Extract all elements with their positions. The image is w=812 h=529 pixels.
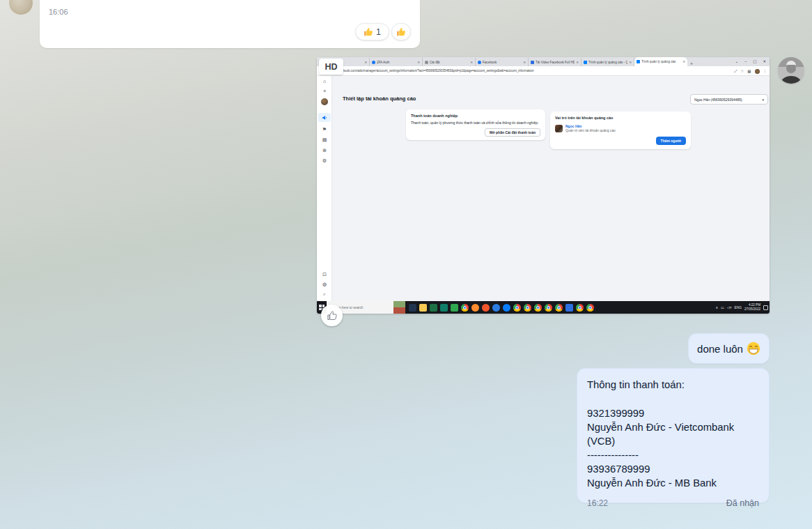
chrome-profile-icon xyxy=(555,304,563,312)
volume-icon: ◁× xyxy=(727,305,732,309)
edge-icon xyxy=(492,304,500,312)
card-title: Thanh toán doanh nghiệp xyxy=(411,114,540,118)
bookmark-star-icon: ☆ xyxy=(740,69,744,73)
card-title: Vai trò trên tài khoản quảng cáo xyxy=(555,116,686,120)
windows-taskbar: ⌕ Type here to search xyxy=(317,301,770,314)
file-explorer-icon xyxy=(419,304,427,312)
bell-icon: ◍ xyxy=(317,282,332,286)
card-description: Thanh toán, quản lý phương thức thanh to… xyxy=(411,121,540,126)
browser-tab: Facebook ✕ xyxy=(476,58,529,66)
flag-icon: ⚑ xyxy=(317,127,332,132)
sent-message-bubble[interactable]: Thông tin thanh toán: 9321399999 Nguyễn … xyxy=(577,368,770,503)
payment-account-number: 93936789999 xyxy=(587,462,759,476)
window-controls: ⌄ – ▢ ✕ xyxy=(735,57,768,66)
browser-tab: Trình quản lý quảng cáo - Quả ✕ xyxy=(581,58,634,66)
thumbs-up-icon xyxy=(364,27,373,37)
photoshop-icon xyxy=(409,304,416,312)
thumbs-up-outline-icon xyxy=(327,310,338,321)
reaction-pill[interactable]: 1 xyxy=(355,23,389,40)
message-text: done luôn xyxy=(697,343,743,355)
roles-card: Vai trò trên tài khoản quảng cáo Ngọc Hâ… xyxy=(550,112,691,149)
browser-tab: 2FA Auth ✕ xyxy=(370,58,423,66)
excel-icon xyxy=(430,304,437,312)
profile-avatar-icon xyxy=(755,69,760,74)
tab-close-icon: ✕ xyxy=(523,61,526,64)
chrome-icon xyxy=(461,304,469,312)
thumbs-up-icon xyxy=(396,27,406,37)
chat-window: 16:06 1 Zalo ✕ 2FA Auth ✕ Cài đặt xyxy=(0,0,812,529)
account-selector-dropdown: Ngọc Hân (456990529394485) ▾ xyxy=(690,94,768,105)
new-tab-icon: + xyxy=(690,61,693,66)
tab-close-icon: ✕ xyxy=(682,60,685,63)
chrome-profile-icon xyxy=(576,304,584,312)
sheets-icon xyxy=(451,304,458,312)
tab-close-icon: ✕ xyxy=(417,61,420,64)
quick-like-button[interactable] xyxy=(321,305,343,326)
menu-dots-icon: ⋮ xyxy=(763,69,767,73)
message-timestamp: 16:22 xyxy=(587,496,608,510)
beaming-face-icon xyxy=(747,342,760,355)
screen-icon: ⊡ xyxy=(317,272,332,277)
search-icon: ⌕ xyxy=(317,291,332,296)
payment-account-number: 9321399999 xyxy=(587,406,759,420)
delivery-status: Đã nhận xyxy=(726,496,759,510)
minimize-icon: – xyxy=(744,59,747,63)
language-indicator: ENG xyxy=(735,306,742,309)
tab-close-icon: ✕ xyxy=(470,61,473,64)
fb-sidebar: ⌂ ≡ ⚑ ▤ ⊕ ⚙ ⊡ ◍ ⌕ ? ⛶ xyxy=(317,76,332,301)
page-title: Thiết lập tài khoản quảng cáo xyxy=(343,95,416,102)
chrome-profile-icon xyxy=(534,304,542,312)
teams-icon xyxy=(440,304,448,312)
browser-tab-active: Trình quản lý quảng cáo ✕ xyxy=(634,57,687,66)
facebook-favicon xyxy=(478,61,481,64)
user-avatar-icon xyxy=(321,98,328,105)
taskbar-icons xyxy=(409,304,594,312)
tab-close-icon: ✕ xyxy=(576,61,579,64)
browser-toolbar: ↻ facebook.com/ads/manager/account_setti… xyxy=(317,66,770,76)
avatar[interactable] xyxy=(8,0,33,15)
system-tray: ∧ ▭ ◁× ENG 4:22 PM 27/05/2022 xyxy=(715,301,768,314)
chrome-profile-icon xyxy=(545,304,552,312)
menu-icon: ≡ xyxy=(317,89,332,93)
tab-close-icon: ✕ xyxy=(629,61,632,64)
tray-chevron-icon: ∧ xyxy=(715,305,718,309)
member-avatar xyxy=(555,125,563,132)
facebook-favicon xyxy=(372,61,375,64)
browser-tab: Tải Video Facebook Full HD 10 ✕ xyxy=(529,58,581,66)
extensions-icon: ▦ xyxy=(747,69,751,73)
tray-clock: 4:22 PM 27/05/2022 xyxy=(744,303,760,312)
notification-icon xyxy=(763,305,768,310)
settings-gear-icon: ⚙ xyxy=(317,158,332,163)
hd-quality-badge[interactable]: HD xyxy=(319,59,343,75)
network-icon: ▭ xyxy=(721,305,724,309)
chevron-down-icon: ⌄ xyxy=(735,59,739,63)
address-bar: facebook.com/ads/manager/account_setting… xyxy=(337,69,664,72)
reaction-button[interactable] xyxy=(391,23,411,40)
facebook-page: ⌂ ≡ ⚑ ▤ ⊕ ⚙ ⊡ ◍ ⌕ ? ⛶ Thiết lập tài khoả… xyxy=(317,76,770,301)
maximize-icon: ▢ xyxy=(753,59,756,63)
browser-tab-strip: Zalo ✕ 2FA Auth ✕ Cài đặt ✕ Facebook ✕ T… xyxy=(317,57,770,66)
browser-tab: Cài đặt ✕ xyxy=(423,58,476,66)
received-message-bubble[interactable]: 16:06 1 xyxy=(40,0,420,48)
billing-icon: ▤ xyxy=(317,137,332,142)
home-icon: ⌂ xyxy=(317,79,332,84)
video-favicon xyxy=(531,61,534,64)
meta-favicon xyxy=(637,60,640,63)
billing-card: Thanh toán doanh nghiệp Thanh toán, quản… xyxy=(406,109,545,140)
sent-message-bubble[interactable]: done luôn xyxy=(688,333,770,364)
reaction-count: 1 xyxy=(376,27,381,37)
payment-account-name: Nguyễn Anh Đức - MB Bank xyxy=(587,476,759,490)
divider-dashes: --------------- xyxy=(587,448,759,462)
open-payment-settings-button: Mở phần Cài đặt thanh toán xyxy=(485,128,540,137)
chrome-profile-icon xyxy=(524,304,531,312)
tab-close-icon: ✕ xyxy=(364,61,367,64)
message-timestamp: 16:06 xyxy=(49,8,68,16)
messenger-icon xyxy=(503,304,510,312)
close-icon: ✕ xyxy=(763,59,766,63)
chrome-profile-icon xyxy=(513,304,521,312)
firefox-icon xyxy=(471,304,479,312)
share-icon: ⤢ xyxy=(734,69,737,74)
avatar[interactable] xyxy=(778,57,804,84)
shared-screenshot-image[interactable]: Zalo ✕ 2FA Auth ✕ Cài đặt ✕ Facebook ✕ T… xyxy=(317,57,770,314)
globe-icon: ⊕ xyxy=(317,148,332,153)
